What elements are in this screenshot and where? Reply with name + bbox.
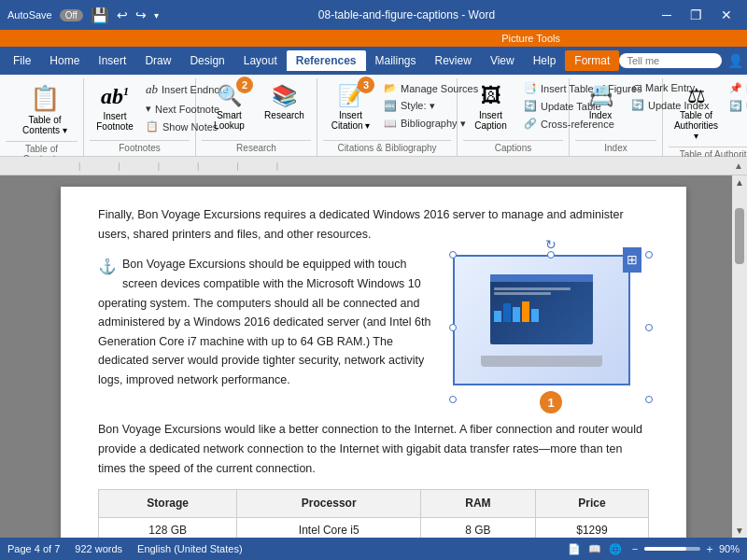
table-of-authorities-button[interactable]: ⚖ Table ofAuthorities ▾ xyxy=(670,80,722,145)
zoom-slider[interactable] xyxy=(644,547,700,551)
insert-footnote-button[interactable]: ab1 InsertFootnote xyxy=(92,80,138,135)
menu-help[interactable]: Help xyxy=(524,50,566,71)
ribbon-group-toa-content: ⚖ Table ofAuthorities ▾ 📌 Mark Citation … xyxy=(669,78,747,147)
word-count: 922 words xyxy=(75,543,122,554)
share-icon[interactable]: 👤 xyxy=(727,53,743,68)
bibliography-icon: 📖 xyxy=(384,118,397,130)
toa-label: Table ofAuthorities ▾ xyxy=(674,110,718,141)
table-of-contents-button[interactable]: 📋 Table ofContents ▾ xyxy=(7,80,82,139)
handle-midright[interactable] xyxy=(645,324,653,331)
handle-topmid[interactable] xyxy=(547,251,555,259)
ribbon-group-captions-content: 🖼 InsertCaption 📑 Insert Table of Figure… xyxy=(463,78,563,140)
title-bar-right: ─ ❐ ✕ xyxy=(655,6,740,24)
insert-citation-wrap: 📝 InsertCitation ▾ 3 xyxy=(325,80,376,134)
insert-caption-button[interactable]: 🖼 InsertCaption xyxy=(465,80,516,134)
menu-format[interactable]: Format xyxy=(565,50,619,71)
laptop-screen xyxy=(490,274,593,344)
ribbon-group-footnotes: ab1 InsertFootnote ab Insert Endnote ▾ N… xyxy=(84,78,196,156)
insert-caption-icon: 🖼 xyxy=(481,84,501,108)
insert-table-figures-icon: 📑 xyxy=(524,82,537,94)
menu-view[interactable]: View xyxy=(481,50,524,71)
scrollbar[interactable]: ▲ ▼ xyxy=(732,175,747,538)
ribbon: 📋 Table ofContents ▾ Table of Contents a… xyxy=(0,75,747,157)
save-icon[interactable]: 💾 xyxy=(91,7,109,24)
zoom-level: 90% xyxy=(719,543,740,554)
menu-references[interactable]: References xyxy=(287,50,366,71)
zoom-bar: － ＋ 90% xyxy=(629,541,740,557)
chart-bar-3 xyxy=(513,307,520,322)
redo-icon[interactable]: ↪ xyxy=(135,7,147,22)
autosave-label: AutoSave xyxy=(7,9,52,21)
layout-options-icon[interactable]: ⊞ xyxy=(623,247,641,273)
handle-midleft[interactable] xyxy=(449,324,457,331)
laptop-body xyxy=(481,274,602,367)
update-index-icon: 🔄 xyxy=(631,99,644,111)
mark-citation-button[interactable]: 📌 Mark Citation xyxy=(726,80,747,96)
ribbon-group-research-content: 🔍 SmartLookup 2 📚 Research xyxy=(202,78,311,140)
scrollbar-thumb[interactable] xyxy=(735,208,744,264)
title-bar-left: AutoSave Off 💾 ↩ ↪ ▾ xyxy=(7,7,159,24)
screen-line-2 xyxy=(494,292,551,295)
menu-mailings[interactable]: Mailings xyxy=(366,50,426,71)
menu-draw[interactable]: Draw xyxy=(135,50,180,71)
picture-tools-band: Picture Tools xyxy=(0,30,747,47)
menu-design[interactable]: Design xyxy=(180,50,233,71)
view-read-icon[interactable]: 📖 xyxy=(588,543,601,555)
toc-icon: 📋 xyxy=(30,84,60,113)
title-bar-center: 08-table-and-figure-captions - Word xyxy=(159,8,655,21)
badge-2: 2 xyxy=(236,77,253,93)
ruler-bar: | | | | | | ▲ xyxy=(0,157,747,175)
search-input[interactable] xyxy=(619,53,722,68)
screen-bar xyxy=(490,274,593,282)
scroll-down-button[interactable]: ▼ xyxy=(735,524,744,538)
title-bar: AutoSave Off 💾 ↩ ↪ ▾ 08-table-and-figure… xyxy=(0,0,747,30)
scroll-up-button[interactable]: ▲ xyxy=(735,175,744,189)
update-toa-button[interactable]: 🔄 Update Table xyxy=(726,98,747,114)
ribbon-group-toc-content: 📋 Table ofContents ▾ xyxy=(6,78,78,141)
row1-storage: 128 GB xyxy=(99,518,237,538)
ribbon-group-research: 🔍 SmartLookup 2 📚 Research Research xyxy=(196,78,317,156)
col-price: Price xyxy=(535,490,648,518)
index-label: Index xyxy=(589,110,612,120)
toa-icon: ⚖ xyxy=(687,84,706,108)
index-button[interactable]: 📇 Index xyxy=(577,80,624,124)
autosave-toggle[interactable]: Off xyxy=(60,9,83,21)
research-group-label: Research xyxy=(202,140,311,156)
chart-bar-4 xyxy=(522,301,529,322)
footnote-icon: ab1 xyxy=(101,84,129,109)
laptop-image-container[interactable]: ↻ xyxy=(453,255,649,399)
research-button[interactable]: 📚 Research xyxy=(259,80,310,124)
menu-home[interactable]: Home xyxy=(40,50,89,71)
ribbon-group-citations: 📝 InsertCitation ▾ 3 📂 Manage Sources 🔤 … xyxy=(317,78,458,156)
ribbon-group-toa: ⚖ Table ofAuthorities ▾ 📌 Mark Citation … xyxy=(663,78,747,156)
handle-botright[interactable] xyxy=(645,396,653,403)
handle-botleft[interactable] xyxy=(449,396,457,403)
paragraph-1: Finally, Bon Voyage Excursions requires … xyxy=(98,205,649,244)
zoom-in-button[interactable]: ＋ xyxy=(704,541,715,557)
status-bar-right: 📄 📖 🌐 － ＋ 90% xyxy=(568,541,740,557)
ribbon-group-footnotes-content: ab1 InsertFootnote ab Insert Endnote ▾ N… xyxy=(90,78,190,140)
undo-icon[interactable]: ↩ xyxy=(117,7,128,22)
col-storage: Storage xyxy=(99,490,237,518)
zoom-out-button[interactable]: － xyxy=(629,541,641,557)
view-normal-icon[interactable]: 📄 xyxy=(568,543,581,555)
mark-entry-icon: 🏷 xyxy=(631,82,641,93)
toc-label: Table ofContents ▾ xyxy=(22,115,67,135)
menu-insert[interactable]: Insert xyxy=(89,50,135,71)
screen-bar-chart xyxy=(494,299,589,322)
menu-layout[interactable]: Layout xyxy=(234,50,287,71)
laptop-base xyxy=(481,356,602,367)
doc-area: Finally, Bon Voyage Excursions requires … xyxy=(0,175,747,538)
menu-review[interactable]: Review xyxy=(426,50,481,71)
view-web-icon[interactable]: 🌐 xyxy=(609,543,622,555)
ruler-collapse-icon[interactable]: ▲ xyxy=(734,161,743,171)
cross-reference-icon: 🔗 xyxy=(524,118,537,130)
index-group-label: Index xyxy=(575,140,656,156)
minimize-button[interactable]: ─ xyxy=(655,6,679,24)
next-footnote-icon: ▾ xyxy=(146,103,151,115)
smart-lookup-wrap: 🔍 SmartLookup 2 xyxy=(204,80,255,134)
handle-topright[interactable] xyxy=(645,251,653,259)
close-button[interactable]: ✕ xyxy=(713,6,740,24)
restore-button[interactable]: ❐ xyxy=(683,6,710,24)
menu-file[interactable]: File xyxy=(4,50,40,71)
